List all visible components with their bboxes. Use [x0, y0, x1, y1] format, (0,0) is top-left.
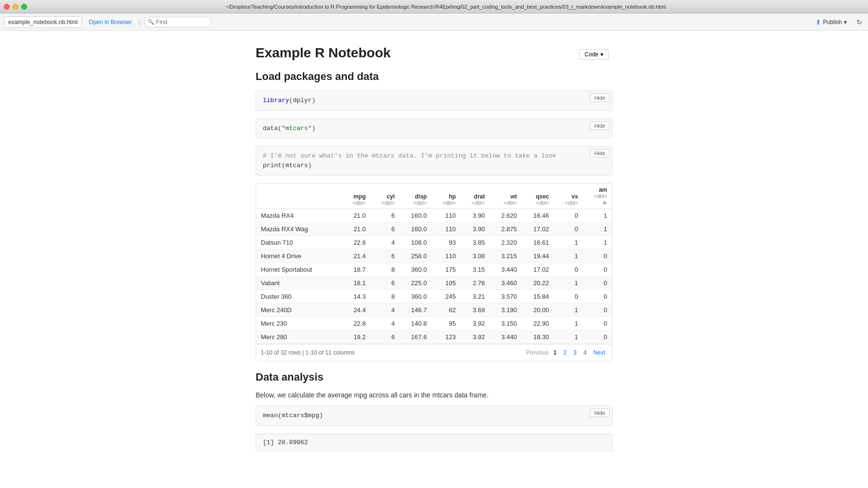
cell-vs: 0	[554, 263, 583, 277]
traffic-lights	[4, 4, 27, 10]
output-block: [1] 20.09062	[256, 434, 612, 451]
table-status: 1-10 of 32 rows | 1-10 of 11 columns	[261, 349, 355, 356]
close-button[interactable]	[4, 4, 10, 10]
table-row: Duster 360 14.3 8 360.0 245 3.21 3.570 1…	[256, 290, 612, 303]
hide-button-3[interactable]: Hide	[590, 149, 610, 158]
previous-page-button[interactable]: Previous	[526, 349, 549, 356]
next-page-button[interactable]: Next	[591, 348, 607, 357]
page-1-button[interactable]: 1	[552, 348, 559, 357]
cell-disp: 258.0	[400, 250, 432, 263]
cell-rowname: Hornet 4 Drive	[256, 250, 341, 263]
toolbar-right: ⬆ Publish ▾ ↻	[812, 17, 864, 27]
publish-dropdown-icon: ▾	[844, 19, 847, 26]
code-analysis-text: mean(mtcars$mpg)	[263, 412, 323, 419]
pagination: Previous 1 2 3 4 Next	[526, 348, 607, 357]
cell-wt: 3.440	[489, 330, 522, 344]
code-label: Code	[584, 51, 598, 58]
cell-am: 1	[583, 209, 612, 223]
cell-mpg: 21.4	[341, 250, 370, 263]
cell-hp: 110	[432, 223, 461, 236]
search-icon: 🔍	[148, 19, 154, 25]
cell-am: 0	[583, 250, 612, 263]
publish-button[interactable]: ⬆ Publish ▾	[812, 17, 851, 27]
cell-rowname: Mazda RX4	[256, 209, 341, 223]
cell-mpg: 14.3	[341, 290, 370, 303]
cell-disp: 160.0	[400, 209, 432, 223]
cell-wt: 2.320	[489, 236, 522, 250]
table-row: Merc 230 22.8 4 140.8 95 3.92 3.150 22.9…	[256, 317, 612, 330]
cell-disp: 160.0	[400, 223, 432, 236]
cell-cyl: 4	[370, 303, 399, 317]
hide-button-1[interactable]: Hide	[590, 93, 610, 102]
maximize-button[interactable]	[21, 4, 27, 10]
table-header-drat: drat<dbl>	[461, 184, 489, 209]
cell-wt: 2.620	[489, 209, 522, 223]
code-button[interactable]: Code ▾	[579, 49, 609, 60]
table-header-disp: disp<dbl>	[400, 184, 432, 209]
minimize-button[interactable]	[13, 4, 18, 10]
cell-am: 0	[583, 330, 612, 344]
cell-qsec: 20.22	[522, 277, 554, 290]
cell-mpg: 24.4	[341, 303, 370, 317]
cell-wt: 3.440	[489, 263, 522, 277]
cell-vs: 1	[554, 303, 583, 317]
cell-qsec: 16.46	[522, 209, 554, 223]
hide-button-2[interactable]: Hide	[590, 121, 610, 130]
cell-disp: 140.8	[400, 317, 432, 330]
file-tab[interactable]: example_notebook.nb.html	[4, 16, 82, 28]
data-table: mpg<dbl> cyl<dbl> disp<dbl> hp<dbl> drat…	[256, 184, 612, 344]
table-header-row: mpg<dbl> cyl<dbl> disp<dbl> hp<dbl> drat…	[256, 184, 612, 209]
cell-qsec: 22.90	[522, 317, 554, 330]
open-in-browser-button[interactable]: Open in Browser	[86, 17, 135, 27]
page-4-button[interactable]: 4	[582, 348, 589, 357]
cell-hp: 95	[432, 317, 461, 330]
cell-wt: 3.150	[489, 317, 522, 330]
cell-qsec: 18.30	[522, 330, 554, 344]
table-header-rowname	[256, 184, 341, 209]
refresh-button[interactable]: ↻	[854, 17, 864, 27]
cell-cyl: 4	[370, 317, 399, 330]
cell-hp: 110	[432, 209, 461, 223]
toolbar: example_notebook.nb.html Open in Browser…	[0, 13, 868, 31]
cell-wt: 3.215	[489, 250, 522, 263]
code-content-1: library(dplyr)	[256, 91, 612, 111]
output-text: [1] 20.09062	[263, 439, 308, 446]
hide-button-analysis[interactable]: Hide	[590, 409, 610, 417]
page-3-button[interactable]: 3	[571, 348, 579, 357]
window-path: ~/Dropbox/Teaching/Courses/Introduction …	[27, 4, 864, 10]
cell-hp: 110	[432, 250, 461, 263]
cell-drat: 3.15	[461, 263, 489, 277]
cell-qsec: 17.02	[522, 263, 554, 277]
cell-drat: 3.21	[461, 290, 489, 303]
analysis-description: Below, we calculate the average mpg acro…	[256, 391, 612, 399]
cell-hp: 105	[432, 277, 461, 290]
table-header-cyl: cyl<dbl>	[370, 184, 399, 209]
table-body: Mazda RX4 21.0 6 160.0 110 3.90 2.620 16…	[256, 209, 612, 344]
cell-disp: 360.0	[400, 263, 432, 277]
cell-rowname: Duster 360	[256, 290, 341, 303]
cell-mpg: 18.7	[341, 263, 370, 277]
cell-rowname: Mazda RX4 Wag	[256, 223, 341, 236]
cell-disp: 146.7	[400, 303, 432, 317]
table-header-wt: wt<dbl>	[489, 184, 522, 209]
title-bar: ~/Dropbox/Teaching/Courses/Introduction …	[0, 0, 868, 13]
cell-qsec: 17.02	[522, 223, 554, 236]
cell-am: 0	[583, 263, 612, 277]
cell-mpg: 22.8	[341, 236, 370, 250]
table-header-am: am<dbl> ▶	[583, 184, 612, 209]
code-content-2: data("mtcars")	[256, 119, 612, 139]
cell-drat: 3.85	[461, 236, 489, 250]
page-2-button[interactable]: 2	[561, 348, 569, 357]
publish-label: Publish	[823, 19, 842, 26]
cell-wt: 3.190	[489, 303, 522, 317]
cell-cyl: 4	[370, 236, 399, 250]
cell-drat: 2.76	[461, 277, 489, 290]
find-input[interactable]	[144, 17, 212, 27]
cell-qsec: 15.84	[522, 290, 554, 303]
cell-cyl: 8	[370, 263, 399, 277]
code-block-3: Hide # I'm not sure what's in the mtcars…	[256, 146, 612, 175]
cell-qsec: 19.44	[522, 250, 554, 263]
cell-mpg: 18.1	[341, 277, 370, 290]
toolbar-separator: |	[138, 19, 140, 26]
section1-title: Load packages and data	[256, 70, 612, 83]
